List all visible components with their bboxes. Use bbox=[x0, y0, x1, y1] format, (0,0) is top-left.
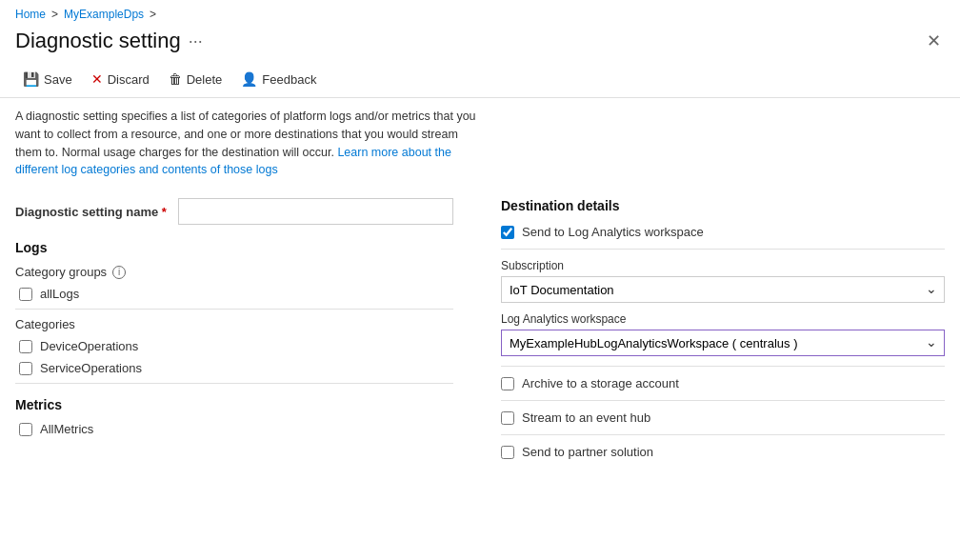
all-metrics-label: AllMetrics bbox=[40, 422, 93, 436]
device-operations-row: DeviceOperations bbox=[19, 339, 453, 353]
breadcrumb: Home > MyExampleDps > bbox=[0, 0, 960, 25]
diagnostic-name-label: Diagnostic setting name * bbox=[15, 205, 167, 219]
stream-row: Stream to an event hub bbox=[501, 410, 945, 425]
category-groups-label: Category groups i bbox=[15, 265, 453, 279]
breadcrumb-sep-1: > bbox=[51, 8, 58, 21]
archive-row: Archive to a storage account bbox=[501, 376, 945, 390]
required-marker: * bbox=[158, 205, 167, 219]
service-operations-row: ServiceOperations bbox=[19, 361, 453, 375]
page-header: Diagnostic setting ··· ✕ bbox=[0, 25, 960, 61]
category-groups-info-icon[interactable]: i bbox=[112, 266, 126, 279]
device-operations-label: DeviceOperations bbox=[40, 339, 138, 353]
stream-label: Stream to an event hub bbox=[522, 410, 650, 425]
discard-button[interactable]: ✕ Discard bbox=[84, 67, 157, 91]
log-analytics-workspace-label: Log Analytics workspace bbox=[501, 312, 945, 326]
all-logs-checkbox[interactable] bbox=[19, 288, 32, 301]
log-analytics-checkbox[interactable] bbox=[501, 226, 514, 239]
archive-checkbox[interactable] bbox=[501, 377, 514, 390]
subscription-select[interactable]: IoT Documentation bbox=[501, 276, 945, 303]
delete-label: Delete bbox=[187, 72, 223, 87]
dest-divider-1 bbox=[501, 249, 945, 250]
log-analytics-workspace-select[interactable]: MyExampleHubLogAnalyticsWorkspace ( cent… bbox=[501, 330, 945, 356]
service-operations-label: ServiceOperations bbox=[40, 361, 142, 375]
discard-label: Discard bbox=[108, 72, 150, 87]
delete-icon: 🗑 bbox=[169, 71, 182, 87]
delete-button[interactable]: 🗑 Delete bbox=[161, 67, 230, 91]
partner-row: Send to partner solution bbox=[501, 445, 945, 459]
metrics-section-title: Metrics bbox=[15, 397, 453, 412]
subscription-label: Subscription bbox=[501, 259, 945, 272]
all-logs-label: allLogs bbox=[40, 287, 79, 301]
logs-section-title: Logs bbox=[15, 240, 453, 255]
stream-checkbox[interactable] bbox=[501, 411, 514, 425]
dest-divider-2 bbox=[501, 366, 945, 367]
subscription-select-wrapper: IoT Documentation bbox=[501, 276, 945, 303]
service-operations-checkbox[interactable] bbox=[19, 362, 32, 375]
device-operations-checkbox[interactable] bbox=[19, 340, 32, 353]
log-analytics-workspace-select-wrapper: MyExampleHubLogAnalyticsWorkspace ( cent… bbox=[501, 330, 945, 356]
log-analytics-workspace-group: Log Analytics workspace MyExampleHubLogA… bbox=[501, 312, 945, 356]
breadcrumb-dps[interactable]: MyExampleDps bbox=[64, 8, 144, 21]
save-button[interactable]: 💾 Save bbox=[15, 67, 80, 91]
all-metrics-row: AllMetrics bbox=[19, 422, 453, 436]
left-panel: Diagnostic setting name * Logs Category … bbox=[15, 198, 482, 472]
close-button[interactable]: ✕ bbox=[923, 27, 945, 55]
partner-label: Send to partner solution bbox=[522, 445, 653, 459]
save-label: Save bbox=[44, 72, 72, 87]
diagnostic-name-input[interactable] bbox=[178, 198, 453, 225]
description-text: A diagnostic setting specifies a list of… bbox=[0, 98, 495, 189]
main-content: Diagnostic setting name * Logs Category … bbox=[0, 189, 960, 482]
metrics-section: Metrics AllMetrics bbox=[15, 397, 453, 436]
feedback-label: Feedback bbox=[262, 72, 316, 87]
feedback-icon: 👤 bbox=[241, 71, 257, 87]
dest-divider-3 bbox=[501, 400, 945, 401]
destination-title: Destination details bbox=[501, 198, 945, 213]
more-options-icon[interactable]: ··· bbox=[189, 31, 203, 51]
dest-divider-4 bbox=[501, 434, 945, 435]
save-icon: 💾 bbox=[23, 71, 39, 87]
discard-icon: ✕ bbox=[91, 71, 103, 87]
log-analytics-row: Send to Log Analytics workspace bbox=[501, 225, 945, 239]
partner-checkbox[interactable] bbox=[501, 446, 514, 459]
all-logs-row: allLogs bbox=[19, 287, 453, 301]
toolbar: 💾 Save ✕ Discard 🗑 Delete 👤 Feedback bbox=[0, 61, 960, 98]
logs-divider-2 bbox=[15, 383, 453, 384]
categories-label: Categories bbox=[15, 317, 453, 331]
logs-divider-1 bbox=[15, 309, 453, 310]
destination-section: Destination details Send to Log Analytic… bbox=[501, 198, 945, 459]
right-panel: Destination details Send to Log Analytic… bbox=[482, 198, 945, 472]
breadcrumb-home[interactable]: Home bbox=[15, 8, 46, 21]
breadcrumb-sep-2: > bbox=[150, 8, 156, 21]
diagnostic-name-field: Diagnostic setting name * bbox=[15, 198, 453, 225]
log-analytics-label: Send to Log Analytics workspace bbox=[522, 225, 704, 239]
subscription-group: Subscription IoT Documentation bbox=[501, 259, 945, 303]
all-metrics-checkbox[interactable] bbox=[19, 423, 32, 436]
page-title: Diagnostic setting bbox=[15, 29, 181, 53]
logs-section: Logs Category groups i allLogs Categorie… bbox=[15, 240, 453, 384]
feedback-button[interactable]: 👤 Feedback bbox=[233, 67, 324, 91]
archive-label: Archive to a storage account bbox=[522, 376, 679, 390]
